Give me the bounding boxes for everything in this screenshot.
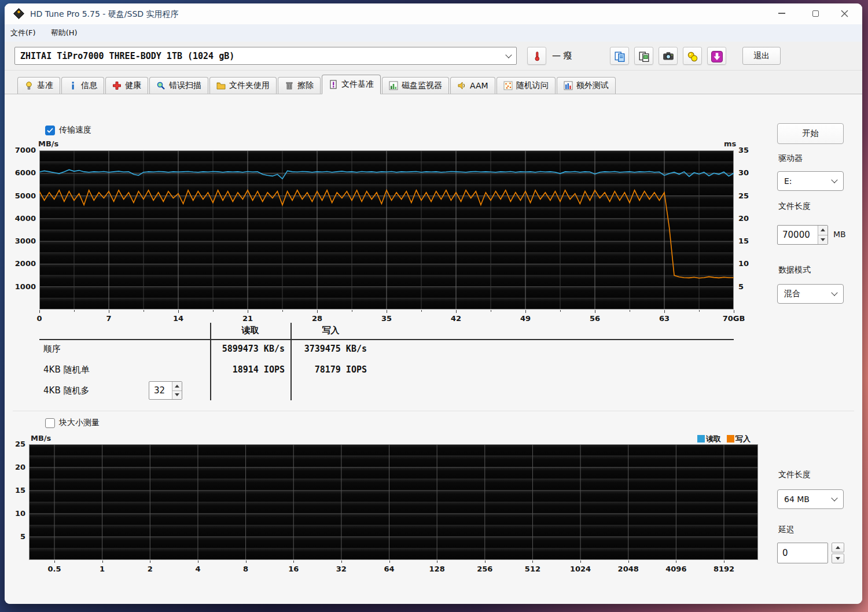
close-button[interactable]: [831, 3, 858, 23]
extra-icon: [564, 81, 573, 90]
options-button[interactable]: [683, 47, 702, 65]
table-header-write: 写入: [292, 325, 370, 336]
axis-tick: [628, 561, 629, 563]
file-length-value: 70000: [778, 226, 818, 244]
block-file-length-dropdown[interactable]: 64 MB: [777, 489, 844, 509]
exit-button[interactable]: 退出: [742, 47, 781, 65]
spin-down-button[interactable]: [172, 390, 182, 400]
tab-extra-tests[interactable]: 额外测试: [557, 77, 616, 94]
maximize-button[interactable]: [802, 3, 829, 23]
tab-health[interactable]: 健康: [105, 77, 148, 94]
drive-dropdown-value: E:: [784, 176, 792, 186]
delay-value: 0: [778, 543, 827, 563]
axis-tick: [437, 561, 437, 563]
axis-tick: [389, 561, 390, 563]
tab-info[interactable]: 信息: [61, 77, 104, 94]
block-size-checkbox[interactable]: 块大小测量: [45, 418, 100, 428]
x-axis-tick-label: 512: [515, 565, 550, 573]
legend-read: 读取: [697, 434, 721, 444]
drive-dropdown[interactable]: E:: [777, 171, 844, 191]
tab-file-benchmark[interactable]: 文件基准: [322, 75, 381, 94]
axis-tick: [150, 561, 150, 563]
axis-tick: [491, 310, 491, 312]
axis-tick: [421, 310, 422, 312]
axis-tick: [282, 310, 283, 312]
transfer-speed-checkbox[interactable]: 传输速度: [45, 125, 91, 135]
block-size-chart: [29, 444, 758, 560]
y-axis-tick-label: 25: [5, 440, 25, 448]
spin-up-button[interactable]: [818, 226, 827, 235]
update-button[interactable]: [707, 47, 726, 65]
axis-tick: [352, 310, 352, 312]
minimize-button[interactable]: [768, 3, 795, 23]
x-axis-tick-label: 4096: [659, 565, 693, 573]
main-panel: 传输速度 MB/s ms 读取 写入 顺序5899473 KB/s3739475…: [5, 94, 862, 604]
checkbox-unchecked-icon: [45, 418, 55, 428]
block-file-length-value: 64 MB: [784, 495, 810, 504]
axis-tick: [485, 561, 486, 563]
x-axis-tick-label: 0.5: [37, 565, 72, 573]
tab-folder-usage[interactable]: 文件夹使用: [209, 77, 277, 94]
screenshot-button[interactable]: [659, 47, 678, 65]
start-button[interactable]: 开始: [777, 123, 844, 144]
block-file-length-label: 文件长度: [778, 470, 811, 480]
axis-tick: [664, 310, 665, 313]
axis-tick: [109, 310, 109, 313]
delay-up-button[interactable]: [832, 543, 844, 552]
delay-spin-buttons: [832, 543, 844, 563]
tabbar: 基准信息健康错误扫描文件夹使用擦除文件基准磁盘监视器AAM随机访问额外测试: [5, 71, 862, 94]
data-mode-dropdown-value: 混合: [784, 289, 800, 299]
menu-file[interactable]: 文件(F): [10, 28, 36, 38]
axis-tick: [248, 310, 248, 313]
table-row-label: 4KB 随机多: [43, 385, 89, 396]
copy-text-button[interactable]: [610, 47, 629, 65]
tab-label: 文件基准: [341, 79, 374, 90]
tab-erase[interactable]: 擦除: [278, 77, 321, 94]
chart2-legend: 读取 写入: [697, 434, 751, 444]
drive-select[interactable]: ZHITAI TiPro7000 THREE-BODY 1TB (1024 gB…: [14, 47, 517, 65]
queue-depth-spinner[interactable]: 32: [149, 381, 182, 400]
x-axis-tick-label: 14: [161, 314, 196, 323]
menu-help[interactable]: 帮助(H): [51, 28, 78, 38]
file-length-spinner[interactable]: 70000: [777, 225, 828, 245]
y-axis-tick-label: 5: [5, 532, 25, 541]
temperature-button[interactable]: [527, 47, 546, 65]
chevron-down-icon: [505, 51, 512, 58]
delay-input[interactable]: 0: [777, 543, 828, 563]
tab-aam[interactable]: AAM: [450, 77, 495, 94]
y-axis-tick-label: 3000: [12, 237, 36, 245]
tab-label: 额外测试: [576, 80, 609, 91]
y-axis-tick-label: 1000: [12, 282, 36, 291]
start-button-label: 开始: [803, 128, 819, 139]
health-icon: [112, 81, 122, 90]
app-icon: [13, 8, 24, 19]
tab-benchmark[interactable]: 基准: [17, 77, 60, 94]
x-axis-tick-label: 0: [22, 314, 57, 323]
axis-tick: [525, 310, 526, 313]
tab-error-scan[interactable]: 错误扫描: [149, 77, 208, 94]
menubar: 文件(F) 帮助(H): [5, 24, 862, 42]
window-title: HD Tune Pro 5.75 - 硬盘/SSD 实用程序: [30, 3, 179, 24]
axis-tick: [580, 561, 581, 563]
legend-write: 写入: [727, 434, 751, 444]
y2-axis-tick-label: 30: [738, 168, 756, 177]
copy-image-button[interactable]: [634, 47, 653, 65]
x-axis-tick-label: 8: [229, 565, 263, 573]
spin-down-button[interactable]: [818, 235, 827, 245]
axis-tick: [456, 310, 457, 313]
spinner-arrows: [172, 382, 182, 399]
x-axis-tick-label: 2: [133, 565, 167, 573]
toolbar-buttons: [610, 47, 726, 65]
tab-random-access[interactable]: 随机访问: [496, 77, 556, 94]
delay-down-button[interactable]: [832, 554, 844, 563]
data-mode-dropdown[interactable]: 混合: [777, 284, 844, 304]
x-axis-tick-label: 49: [508, 314, 543, 323]
y-axis-tick-label: 20: [5, 463, 25, 471]
arrow-down-icon: [821, 238, 825, 241]
axis-tick: [39, 310, 40, 313]
axis-tick: [213, 310, 214, 312]
tab-disk-monitor[interactable]: 磁盘监视器: [382, 77, 449, 94]
monitor-icon: [389, 81, 398, 90]
app-window: HD Tune Pro 5.75 - 硬盘/SSD 实用程序 文件(F) 帮助(…: [5, 3, 862, 604]
spin-up-button[interactable]: [172, 382, 182, 390]
